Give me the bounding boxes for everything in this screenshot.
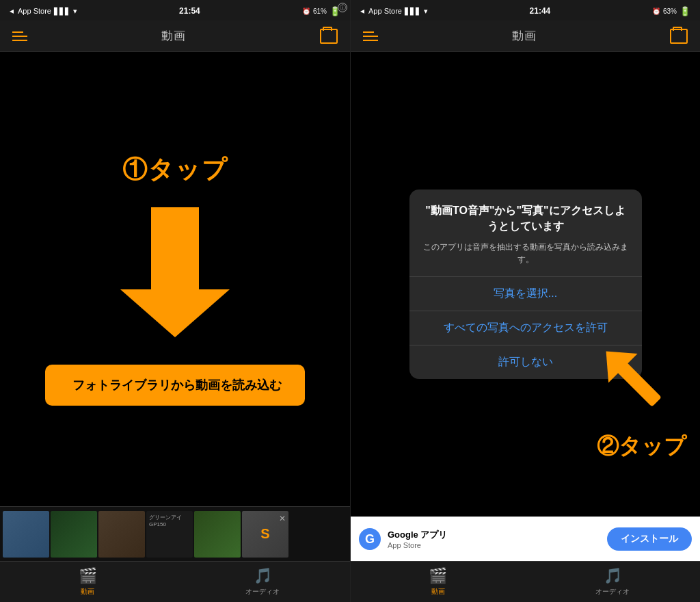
nav-bar-2: 動画	[351, 21, 700, 52]
google-app-name: Google アプリ	[388, 529, 600, 541]
google-g-icon: G	[359, 528, 381, 550]
ad-thumb-2	[51, 511, 97, 558]
tab-bar-2: 🎬 動画 🎵 オーディオ	[351, 561, 700, 602]
arrow-head	[120, 289, 230, 337]
time-2: 21:44	[530, 6, 551, 16]
battery-icon-2: 🔋	[679, 6, 690, 16]
load-video-button[interactable]: フォトライブラリから動画を読み込む	[45, 365, 305, 406]
video-tab-label-2: 動画	[431, 587, 445, 597]
install-button[interactable]: インストール	[607, 527, 692, 551]
audio-tab-icon: 🎵	[254, 567, 272, 585]
ad-thumb-5	[194, 511, 241, 558]
battery-label-2: 63%	[663, 8, 677, 15]
alarm-icon-2: ⏰	[652, 8, 660, 15]
folder-icon-1[interactable]	[320, 29, 338, 44]
dialog-title: "動画TO音声"から"写真"にアクセスしようとしています	[423, 203, 628, 234]
ad-thumb-6: S ✕	[242, 511, 288, 558]
arrow-shaft	[151, 207, 199, 289]
wifi-icon-2: ▾	[424, 7, 428, 16]
tab-bar-1: 🎬 動画 🎵 オーディオ	[0, 561, 350, 602]
status-left-1: ◂ App Store ▋▋▋ ▾	[10, 6, 77, 16]
google-ad-bar: G Google アプリ App Store インストール	[351, 516, 700, 561]
nav-title-1: 動画	[161, 28, 186, 44]
nav-bar-1: 動画	[0, 21, 350, 52]
battery-label: 61%	[313, 8, 327, 15]
menu-icon[interactable]	[12, 31, 27, 41]
ad-thumb-4: グリーンアイ GP150	[146, 511, 193, 558]
tab-video-2[interactable]: 🎬 動画	[351, 562, 526, 602]
time-1: 21:54	[179, 6, 200, 16]
ad-banner-1: グリーンアイ GP150 S ✕ ⓘ	[0, 506, 350, 561]
google-app-info: Google アプリ App Store	[388, 529, 600, 549]
audio-tab-icon-2: 🎵	[604, 567, 622, 585]
panel-1: ◂ App Store ▋▋▋ ▾ 21:54 ⏰ 61% 🔋 動画 ①タップ …	[0, 0, 350, 602]
folder-icon-2[interactable]	[670, 29, 688, 44]
tab-video-1[interactable]: 🎬 動画	[0, 562, 175, 602]
back-arrow-icon: ◂	[10, 6, 14, 16]
arrow-down-wrapper	[120, 207, 230, 337]
status-bar-2: ◂ App Store ▋▋▋ ▾ 21:44 ⏰ 63% 🔋	[351, 0, 700, 21]
ad-thumb-3	[98, 511, 145, 558]
app-store-label-2: App Store	[368, 7, 402, 15]
status-left-2: ◂ App Store ▋▋▋ ▾	[360, 6, 428, 16]
video-tab-label: 動画	[81, 587, 94, 597]
panel-2: ◂ App Store ▋▋▋ ▾ 21:44 ⏰ 63% 🔋 動画 フォトライ…	[350, 0, 700, 602]
ad-thumbs: グリーンアイ GP150 S ✕	[0, 508, 291, 560]
google-app-source: App Store	[388, 541, 600, 549]
nav-title-2: 動画	[512, 28, 537, 44]
status-bar-1: ◂ App Store ▋▋▋ ▾ 21:54 ⏰ 61% 🔋	[0, 0, 350, 21]
app-store-label: App Store	[18, 7, 51, 15]
alarm-icon: ⏰	[302, 8, 310, 15]
wifi-icon: ▾	[73, 7, 77, 16]
video-tab-icon: 🎬	[79, 567, 97, 585]
signal-icon-2: ▋▋▋	[405, 8, 421, 15]
ad-thumb-1	[3, 511, 49, 558]
dialog-body: "動画TO音声"から"写真"にアクセスしようとしています このアプリは音声を抽出…	[409, 189, 642, 265]
step2-label: ②タップ	[597, 432, 686, 462]
dialog-message: このアプリは音声を抽出する動画を写真から読み込みます。	[423, 241, 628, 265]
back-arrow-icon-2: ◂	[360, 6, 364, 16]
audio-tab-label-2: オーディオ	[595, 587, 630, 597]
arrow-right-up	[591, 336, 679, 428]
status-right-2: ⏰ 63% 🔋	[652, 6, 690, 16]
video-tab-icon-2: 🎬	[429, 567, 447, 585]
status-right-1: ⏰ 61% 🔋	[302, 6, 340, 16]
menu-icon-2[interactable]	[363, 31, 378, 41]
signal-icon: ▋▋▋	[54, 8, 70, 15]
tab-audio-2[interactable]: 🎵 オーディオ	[526, 562, 701, 602]
panel2-main: フォトライブラリから動画を読み込む "動画TO音声"から"写真"にアクセスしよう…	[351, 52, 700, 516]
panel1-main: ①タップ フォトライブラリから動画を読み込む	[0, 52, 350, 506]
tab-audio-1[interactable]: 🎵 オーディオ	[175, 562, 350, 602]
audio-tab-label: オーディオ	[245, 587, 280, 597]
ad-close[interactable]: ✕	[279, 514, 286, 523]
step1-label: ①タップ	[122, 153, 228, 187]
select-photos-btn[interactable]: 写真を選択...	[409, 277, 642, 311]
